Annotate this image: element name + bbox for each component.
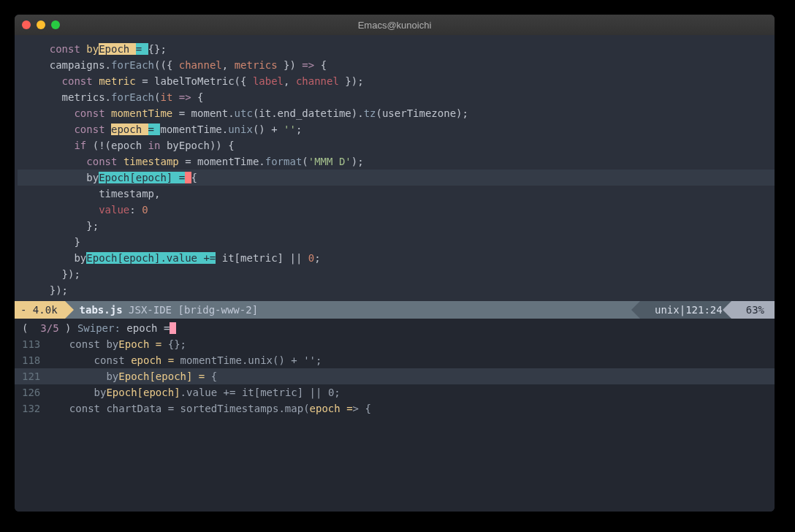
swiper-match: epoch =: [131, 352, 174, 368]
swiper-label: Swiper:: [77, 322, 121, 334]
code-line[interactable]: campaigns.forEach(({ channel, metrics })…: [18, 57, 775, 73]
modeline-position: unix | 121:24: [640, 301, 731, 319]
swiper-match: epoch =: [310, 400, 353, 417]
window-title: Emacs@kunoichi: [15, 20, 775, 31]
swiper-result[interactable]: 121 byEpoch[epoch] = {: [15, 368, 775, 384]
code-line[interactable]: });: [18, 266, 775, 282]
code-line[interactable]: const timestamp = momentTime.format('MMM…: [18, 153, 775, 170]
code-line[interactable]: const epoch = momentTime.unix() + '';: [18, 121, 775, 137]
code-line[interactable]: const byEpoch = {};: [18, 41, 775, 57]
swiper-match: Epoch[epoch] =: [118, 368, 205, 384]
swiper-count: 3/5: [40, 322, 58, 334]
modeline-mode: JSX-IDE: [129, 304, 172, 316]
code-line[interactable]: });: [18, 282, 775, 298]
code-line[interactable]: const metric = labelToMetric({ label, ch…: [18, 73, 775, 89]
emacs-window: Emacs@kunoichi const byEpoch = {}; campa…: [15, 15, 775, 512]
swiper-result[interactable]: 132 const chartData = sortedTimestamps.m…: [15, 400, 775, 417]
modeline-center: tabs.js JSX-IDE [bridg-www-2]: [65, 304, 267, 316]
swiper-linenum: 113: [22, 336, 57, 352]
swiper-linenum: 126: [22, 384, 57, 400]
swiper-linenum: 132: [22, 400, 57, 417]
swiper-query: epoch =: [126, 322, 170, 334]
code-line[interactable]: if (!(epoch in byEpoch)) {: [18, 137, 775, 153]
swiper-cursor: [170, 322, 175, 334]
titlebar[interactable]: Emacs@kunoichi: [15, 15, 775, 35]
swiper-match: Epoch =: [118, 336, 161, 352]
code-line[interactable]: }: [18, 234, 775, 250]
code-line[interactable]: byEpoch[epoch].value += it[metric] || 0;: [18, 250, 775, 266]
code-line[interactable]: };: [18, 218, 775, 234]
editor-pane[interactable]: const byEpoch = {}; campaigns.forEach(({…: [15, 35, 775, 301]
code-line-current[interactable]: byEpoch[epoch] = {: [18, 170, 775, 186]
swiper-result[interactable]: 118 const epoch = momentTime.unix() + ''…: [15, 352, 775, 368]
modeline-percent: 63%: [731, 301, 775, 319]
code-line[interactable]: const momentTime = moment.utc(it.end_dat…: [18, 105, 775, 121]
swiper-linenum: 118: [22, 352, 57, 368]
swiper-result[interactable]: 113 const byEpoch = {};: [15, 336, 775, 352]
swiper-pane[interactable]: ( 3/5 ) Swiper: epoch = 113 const byEpoc…: [15, 319, 775, 512]
modeline: - 4.0k tabs.js JSX-IDE [bridg-www-2] uni…: [15, 301, 775, 319]
swiper-linenum: 121: [22, 368, 57, 384]
modeline-right: unix | 121:24 63%: [640, 301, 775, 319]
code-line[interactable]: value: 0: [18, 202, 775, 218]
code-line[interactable]: metrics.forEach(it => {: [18, 89, 775, 105]
swiper-results: 113 const byEpoch = {};118 const epoch =…: [15, 336, 775, 417]
modeline-filename: tabs.js: [80, 304, 123, 316]
code-line[interactable]: timestamp,: [18, 186, 775, 202]
modeline-left: - 4.0k: [15, 301, 65, 319]
swiper-match: Epoch[epoch]: [106, 384, 180, 400]
swiper-prompt[interactable]: ( 3/5 ) Swiper: epoch =: [15, 320, 775, 336]
modeline-branch: [bridg-www-2]: [178, 304, 258, 316]
swiper-result[interactable]: 126 byEpoch[epoch].value += it[metric] |…: [15, 384, 775, 400]
